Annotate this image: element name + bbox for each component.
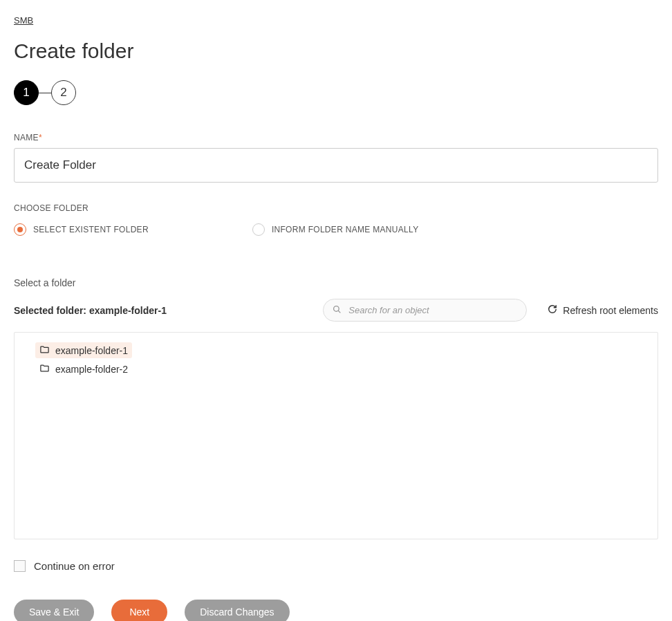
- continue-on-error-label: Continue on error: [34, 560, 115, 572]
- folder-icon: [39, 344, 50, 356]
- next-button[interactable]: Next: [111, 600, 167, 621]
- step-connector: [39, 93, 51, 93]
- choose-folder-label: CHOOSE FOLDER: [14, 203, 658, 213]
- continue-on-error-checkbox[interactable]: [14, 560, 26, 572]
- radio-label-manual: INFORM FOLDER NAME MANUALLY: [272, 225, 419, 234]
- tree-item[interactable]: example-folder-2: [35, 361, 132, 377]
- page-title: Create folder: [14, 39, 658, 63]
- folder-tree: example-folder-1 example-folder-2: [14, 332, 658, 539]
- stepper: 1 2: [14, 80, 658, 105]
- tree-item-label: example-folder-1: [55, 346, 128, 355]
- discard-button[interactable]: Discard Changes: [185, 600, 289, 621]
- radio-select-existent[interactable]: SELECT EXISTENT FOLDER: [14, 223, 149, 236]
- step-2[interactable]: 2: [51, 80, 76, 105]
- radio-indicator-unchecked: [252, 223, 265, 236]
- step-1[interactable]: 1: [14, 80, 39, 105]
- required-indicator: *: [39, 133, 42, 142]
- refresh-icon: [548, 304, 557, 316]
- search-wrap: [323, 299, 527, 322]
- radio-indicator-checked: [14, 223, 26, 236]
- radio-label-existent: SELECT EXISTENT FOLDER: [33, 225, 149, 234]
- breadcrumb-smb[interactable]: SMB: [14, 15, 33, 26]
- save-exit-button[interactable]: Save & Exit: [14, 600, 94, 621]
- selected-folder-text: Selected folder: example-folder-1: [14, 305, 167, 316]
- svg-line-1: [338, 310, 340, 313]
- radio-inform-manual[interactable]: INFORM FOLDER NAME MANUALLY: [252, 223, 419, 236]
- select-folder-title: Select a folder: [14, 277, 658, 288]
- refresh-root-elements[interactable]: Refresh root elements: [548, 304, 658, 316]
- refresh-label: Refresh root elements: [563, 305, 658, 316]
- tree-item-label: example-folder-2: [55, 364, 128, 374]
- tree-item[interactable]: example-folder-1: [35, 342, 132, 358]
- name-label: NAME*: [14, 133, 658, 142]
- folder-icon: [39, 363, 50, 375]
- name-input[interactable]: [14, 148, 658, 183]
- search-input[interactable]: [323, 299, 527, 322]
- svg-point-0: [334, 306, 339, 311]
- search-icon: [333, 304, 342, 317]
